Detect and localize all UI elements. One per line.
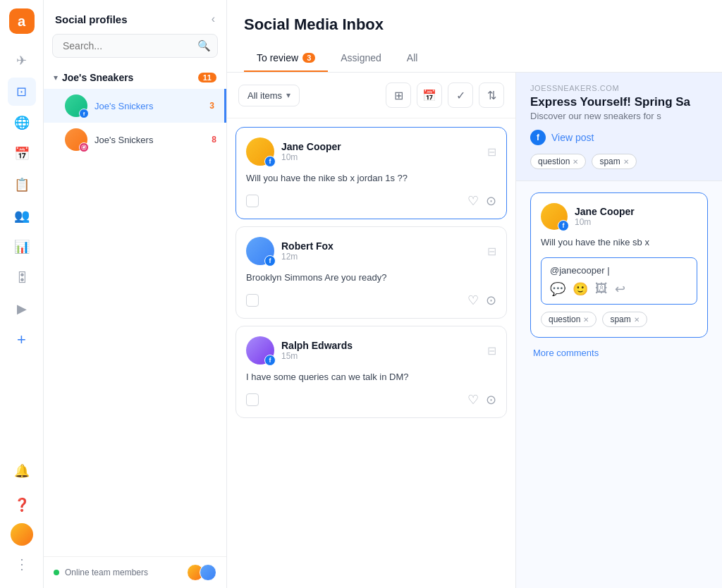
sidebar-collapse-icon[interactable]: ‹ — [212, 13, 215, 25]
sidebar-search-container: 🔍 — [52, 34, 218, 58]
tab-assigned[interactable]: Assigned — [328, 45, 394, 72]
comment-card: f Jane Cooper 10m Will you have the nike… — [530, 192, 708, 338]
online-label: Online team members — [65, 568, 185, 577]
page-title: Social Media Inbox — [244, 16, 705, 34]
message-card-1[interactable]: f Robert Fox 12m ⊟ Brooklyn Simmons Are … — [235, 226, 507, 319]
sidebar-item-joes-snickers-2[interactable]: Joe's Snickers 8 — [44, 123, 226, 157]
comment-tag-question-close[interactable]: ✕ — [583, 316, 589, 324]
message-time-2: 15m — [281, 351, 353, 361]
msg-fb-badge-2: f — [264, 355, 276, 366]
like-btn-0[interactable]: ♡ — [467, 193, 479, 209]
nav-team[interactable]: 👥 — [8, 202, 36, 230]
message-name-2: Ralph Edwards — [281, 340, 353, 351]
app-logo[interactable]: a — [9, 8, 35, 34]
nav-tasks[interactable]: 📋 — [8, 171, 36, 199]
reply-tool-image[interactable]: 🖼 — [595, 281, 608, 297]
nav-more[interactable]: ⋮ — [8, 550, 36, 578]
sidebar-group-badge: 11 — [198, 73, 216, 82]
member-avatars — [191, 564, 216, 581]
main-header: Social Media Inbox To review 3 Assigned … — [227, 0, 722, 73]
nav-send[interactable]: ✈ — [8, 47, 36, 75]
tag-spam-close[interactable]: ✕ — [623, 158, 629, 166]
comment-tag-spam-close[interactable]: ✕ — [634, 316, 640, 324]
nav-inbox[interactable]: ⊡ — [8, 78, 36, 106]
right-panel-body: f Jane Cooper 10m Will you have the nike… — [516, 181, 722, 588]
sidebar-item-joes-snickers-1[interactable]: f Joe's Snickers 3 — [44, 89, 226, 123]
more-comments-link[interactable]: More comments — [530, 348, 708, 358]
tab-all[interactable]: All — [394, 45, 431, 72]
message-actions-0: ♡ ⊙ — [246, 193, 496, 209]
rp-title: Express Yourself! Spring Sa — [530, 95, 708, 109]
right-panel-top: JOESSNEAKERS.COM Express Yourself! Sprin… — [516, 73, 722, 181]
tab-to-review-badge: 3 — [302, 53, 315, 63]
message-checkbox-1[interactable] — [246, 294, 259, 307]
message-menu-2[interactable]: ⊟ — [487, 344, 496, 357]
tag-question[interactable]: question ✕ — [530, 154, 586, 169]
message-action-btns-2: ♡ ⊙ — [467, 392, 496, 408]
nav-analytics[interactable]: 📊 — [8, 233, 36, 261]
sidebar-item-count-1: 3 — [209, 101, 214, 111]
message-checkbox-2[interactable] — [246, 393, 259, 406]
message-menu-0[interactable]: ⊟ — [487, 145, 496, 159]
message-menu-1[interactable]: ⊟ — [487, 245, 496, 258]
nav-add[interactable]: + — [8, 326, 36, 354]
reply-tool-assign[interactable]: ↩ — [615, 281, 625, 297]
message-card-0[interactable]: f Jane Cooper 10m ⊟ Will you have the ni… — [235, 127, 507, 219]
filter-sort-btn[interactable]: ⇅ — [479, 82, 504, 108]
filter-calendar-btn[interactable]: 📅 — [417, 82, 442, 108]
post-tags: question ✕ spam ✕ — [530, 154, 708, 169]
nav-calendar[interactable]: 📅 — [8, 140, 36, 168]
sidebar-group-joes-sneakers[interactable]: ▾ Joe's Sneakers 11 — [44, 66, 226, 89]
message-text-1: Brooklyn Simmons Are you ready? — [246, 272, 496, 283]
member-avatar-2 — [200, 564, 216, 581]
comment-time: 10m — [575, 217, 635, 227]
view-post-btn[interactable]: f View post — [530, 130, 594, 145]
icon-bar: a ✈ ⊡ 🌐 📅 📋 👥 📊 🎛 ▶ + 🔔 ❓ ⋮ — [0, 0, 44, 588]
comment-tags: question ✕ spam ✕ — [541, 312, 697, 327]
like-btn-2[interactable]: ♡ — [467, 392, 479, 408]
filter-bar: All items ▾ ⊞ 📅 ✓ ⇅ — [227, 73, 515, 118]
fb-icon: f — [530, 130, 546, 145]
like-btn-1[interactable]: ♡ — [467, 293, 479, 308]
reply-tool-emoji[interactable]: 🙂 — [573, 281, 588, 297]
sidebar-items: f Joe's Snickers 3 Joe's Snickers 8 — [44, 89, 226, 556]
sidebar-item-name-1: Joe's Snickers — [94, 101, 209, 111]
nav-help[interactable]: ❓ — [8, 491, 36, 519]
nav-notifications[interactable]: 🔔 — [8, 457, 36, 485]
approve-btn-1[interactable]: ⊙ — [486, 293, 496, 308]
comment-text: Will you have the nike sb x — [541, 237, 697, 247]
sidebar-group-name: Joe's Sneakers — [62, 72, 198, 83]
nav-media[interactable]: ▶ — [8, 295, 36, 323]
msg-fb-badge-1: f — [264, 255, 276, 267]
approve-btn-0[interactable]: ⊙ — [486, 193, 496, 209]
comment-tag-spam[interactable]: spam ✕ — [602, 312, 647, 327]
reply-box: @janecooper | 💬 🙂 🖼 ↩ — [541, 257, 697, 305]
message-text-0: Will you have the nike sb x jordan 1s ?? — [246, 173, 496, 183]
nav-dashboard[interactable]: 🎛 — [8, 264, 36, 292]
tag-question-close[interactable]: ✕ — [573, 158, 578, 166]
message-actions-2: ♡ ⊙ — [246, 392, 496, 408]
sidebar-item-avatar-2 — [65, 128, 87, 151]
approve-btn-2[interactable]: ⊙ — [486, 392, 496, 408]
tab-to-review[interactable]: To review 3 — [244, 45, 328, 72]
message-time-1: 12m — [281, 252, 334, 262]
filter-image-btn[interactable]: ⊞ — [386, 82, 411, 108]
main-body: All items ▾ ⊞ 📅 ✓ ⇅ f Jane C — [227, 73, 722, 588]
comment-tag-question[interactable]: question ✕ — [541, 312, 596, 327]
tag-spam[interactable]: spam ✕ — [592, 154, 636, 169]
reply-input[interactable]: @janecooper | — [550, 265, 688, 276]
reply-tool-text[interactable]: 💬 — [550, 281, 565, 297]
message-checkbox-0[interactable] — [246, 195, 259, 207]
user-avatar[interactable] — [11, 523, 33, 546]
nav-globe[interactable]: 🌐 — [8, 109, 36, 137]
search-input[interactable] — [52, 34, 218, 58]
message-avatar-2: f — [246, 336, 274, 365]
message-avatar-0: f — [246, 137, 274, 166]
message-text-2: I have some queries can we talk in DM? — [246, 372, 496, 382]
message-card-2[interactable]: f Ralph Edwards 15m ⊟ I have some querie… — [235, 326, 507, 418]
sidebar-item-count-2: 8 — [212, 135, 216, 145]
filter-check-btn[interactable]: ✓ — [448, 82, 473, 108]
message-action-btns-0: ♡ ⊙ — [467, 193, 496, 209]
filter-all-items[interactable]: All items ▾ — [238, 85, 300, 106]
chevron-down-icon: ▾ — [54, 73, 58, 82]
